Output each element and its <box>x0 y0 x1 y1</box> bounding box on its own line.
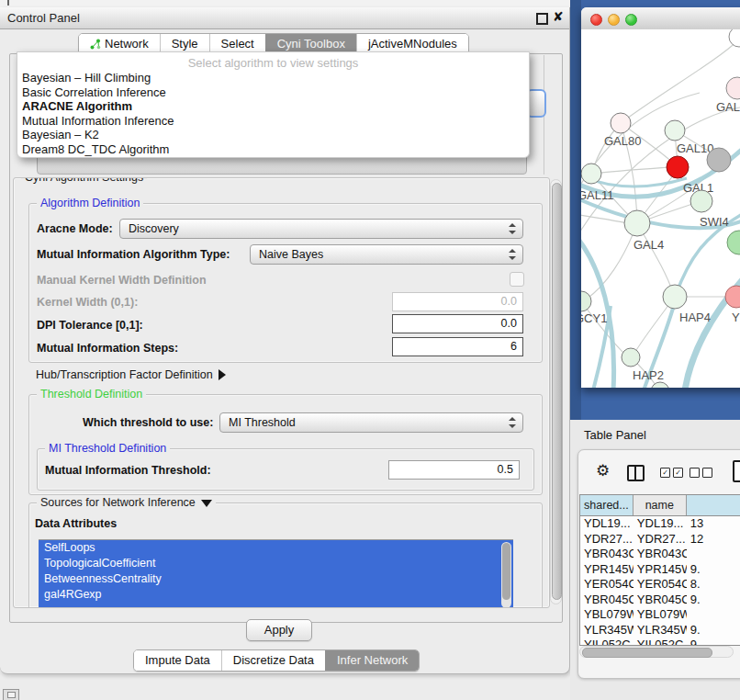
network-node-hap4[interactable] <box>663 285 687 309</box>
table-cell: YIL052C <box>580 638 633 646</box>
manual-kernel-width-checkbox[interactable] <box>510 272 524 287</box>
table-row[interactable]: YBR045CYBR045C9. <box>580 593 740 608</box>
network-node-gal80[interactable] <box>611 113 631 133</box>
tab-impute-data[interactable]: Impute Data <box>134 650 221 671</box>
table-hscrollbar-track[interactable] <box>579 646 734 658</box>
network-node-label: GAL <box>716 100 740 114</box>
attributes-scrollbar-track[interactable] <box>501 542 511 608</box>
table-cell: YLR345W <box>633 623 687 638</box>
dpi-tolerance-field[interactable]: 0.0 <box>392 314 523 333</box>
network-node[interactable] <box>727 231 740 254</box>
mi-steps-label: Mutual Information Steps: <box>37 342 178 355</box>
data-attribute-item[interactable]: TopologicalCoefficient <box>39 556 513 571</box>
network-node[interactable] <box>707 148 731 172</box>
hub-tf-definition-label: Hub/Transcription Factor Definition <box>36 368 213 381</box>
table-row[interactable]: YBR043CYBR043C <box>580 547 740 562</box>
control-panel-titlebar: Control Panel ✘ <box>0 7 569 29</box>
minimize-traffic-light[interactable] <box>608 14 620 26</box>
table-column-header[interactable] <box>687 495 740 515</box>
network-view-window: GALGAL80GAL10GAL1GAL11SWI4GAL4GCY1HAP4YH… <box>581 7 740 388</box>
network-node-gal1[interactable] <box>667 156 689 178</box>
deselect-all-checkboxes-icon[interactable] <box>690 468 712 478</box>
table-row[interactable]: YIL052CYIL052C9 <box>580 638 740 646</box>
network-node-label: HAP4 <box>679 310 711 324</box>
sources-group-title[interactable]: Sources for Network Inference <box>37 496 216 510</box>
table-cell: 9. <box>687 562 740 578</box>
table-hscrollbar-thumb[interactable] <box>582 648 712 658</box>
attributes-scrollbar-thumb[interactable] <box>502 543 510 600</box>
data-attribute-item[interactable]: BetweennessCentrality <box>39 571 513 587</box>
table-cell: 9. <box>687 623 740 638</box>
algorithm-option[interactable]: ARACNE Algorithm <box>17 99 529 114</box>
table-cell: YER054C <box>633 577 687 593</box>
close-traffic-light[interactable] <box>590 14 602 26</box>
data-attributes-list[interactable]: SelfLoopsTopologicalCoefficientBetweenne… <box>39 539 513 608</box>
float-window-icon[interactable] <box>536 13 548 25</box>
select-all-checkboxes-icon[interactable]: ✓✓ <box>660 468 683 478</box>
network-node-label: GAL80 <box>604 134 641 148</box>
network-node[interactable] <box>729 29 740 47</box>
table-row[interactable]: YBL079WYBL079W <box>580 607 740 623</box>
data-attribute-item[interactable]: gal4RGexp <box>39 587 513 603</box>
which-threshold-select[interactable]: MI Threshold <box>219 412 523 433</box>
algorithm-option[interactable]: Bayesian – K2 <box>17 128 529 142</box>
table-header-row: shared...name <box>580 495 740 516</box>
table-row[interactable]: YPR145WYPR145W9. <box>580 562 740 578</box>
table-row[interactable]: YDR27...YDR27...12 <box>580 532 740 548</box>
apply-button[interactable]: Apply <box>246 619 312 641</box>
network-canvas[interactable]: GALGAL80GAL10GAL1GAL11SWI4GAL4GCY1HAP4YH… <box>581 29 740 388</box>
table-column-header[interactable]: shared... <box>580 495 633 515</box>
hub-tf-definition-section[interactable]: Hub/Transcription Factor Definition <box>36 368 226 381</box>
algorithm-dropdown-placeholder: Select algorithm to view settings <box>17 55 529 71</box>
tab-infer-network[interactable]: Infer Network <box>325 650 419 671</box>
aracne-mode-value: Discovery <box>129 222 179 235</box>
network-node-gcy1[interactable] <box>581 291 591 311</box>
table-cell: YBL079W <box>633 607 687 623</box>
zoom-traffic-light[interactable] <box>625 14 637 26</box>
cyni-algorithm-settings-group: Cyni Algorithm Settings Algorithm Defini… <box>13 177 550 608</box>
table-row[interactable]: YER054CYER054C8. <box>580 577 740 593</box>
mi-algorithm-type-select[interactable]: Naive Bayes <box>250 244 523 265</box>
network-node-gal10[interactable] <box>665 120 685 141</box>
table-row[interactable]: YLR345WYLR345W9. <box>580 623 740 638</box>
network-node-gal4[interactable] <box>624 210 650 236</box>
table-cell: 8. <box>687 577 740 593</box>
sources-group: Sources for Network Inference Data Attri… <box>28 502 543 608</box>
network-node-label: GCY1 <box>581 311 607 325</box>
settings-scrollbar-thumb[interactable] <box>552 183 562 600</box>
network-node-hap2[interactable] <box>622 348 640 367</box>
stepper-arrows-icon <box>509 222 516 235</box>
close-icon[interactable]: ✘ <box>553 9 564 24</box>
tab-discretize-data[interactable]: Discretize Data <box>221 650 325 671</box>
table-cell: YLR345W <box>580 623 633 638</box>
table-cell: YBR045C <box>633 593 687 608</box>
algorithm-option[interactable]: Dream8 DC_TDC Algorithm <box>17 142 529 157</box>
dock-fragment-icon[interactable] <box>3 689 19 700</box>
algorithm-dropdown-list: Bayesian – Hill ClimbingBasic Correlatio… <box>17 71 529 157</box>
network-node-gal11[interactable] <box>581 164 601 184</box>
algorithm-option[interactable]: Basic Correlation Inference <box>17 85 529 100</box>
algorithm-option[interactable]: Bayesian – Hill Climbing <box>17 71 529 85</box>
table-row[interactable]: YDL19...YDL19...13 <box>580 516 740 532</box>
network-node-y[interactable] <box>725 286 740 308</box>
document-icon[interactable] <box>733 460 740 482</box>
top-notch <box>7 0 9 6</box>
algorithm-option[interactable]: Mutual Information Inference <box>17 114 529 129</box>
table-column-header[interactable]: name <box>633 495 687 515</box>
columns-icon[interactable] <box>627 465 645 481</box>
network-node-gal[interactable] <box>726 77 740 99</box>
network-node-label: GAL4 <box>633 238 664 252</box>
tab-label: Discretize Data <box>233 650 314 671</box>
data-attributes-label: Data Attributes <box>35 517 117 530</box>
network-node-swi4[interactable] <box>690 190 712 212</box>
gear-icon[interactable]: ⚙ <box>596 463 610 480</box>
aracne-mode-select[interactable]: Discovery <box>119 219 523 239</box>
mi-algorithm-type-value: Naive Bayes <box>259 248 323 261</box>
mi-steps-field[interactable]: 6 <box>392 337 523 356</box>
mi-threshold-field[interactable]: 0.5 <box>388 460 520 480</box>
kernel-width-field[interactable]: 0.0 <box>392 292 523 311</box>
settings-scrollbar-track[interactable] <box>550 179 562 604</box>
node-attribute-table: shared...name YDL19...YDL19...13YDR27...… <box>579 494 740 646</box>
data-attribute-item[interactable]: SelfLoops <box>39 540 513 556</box>
sources-title-text: Sources for Network Inference <box>40 496 196 509</box>
